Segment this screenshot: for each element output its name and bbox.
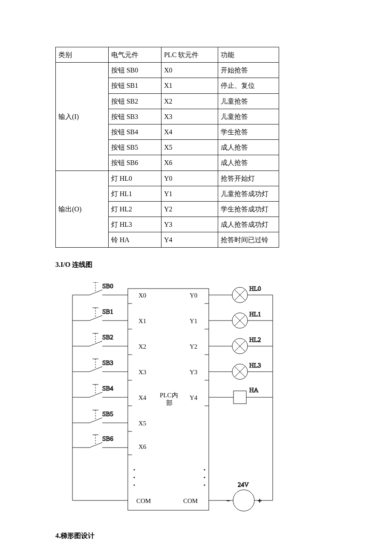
cell-func: 抢答时间已过铃: [218, 232, 279, 248]
terminal-x2: X2: [138, 343, 146, 350]
switch-sb6: SB6: [102, 435, 113, 442]
lamp-hl3: HL3: [249, 362, 261, 369]
plc-inner-label-1: PLC内: [160, 392, 178, 399]
svg-point-18: [204, 485, 205, 486]
com-left: COM: [136, 497, 151, 504]
cell-func: 成人抢答: [218, 140, 279, 155]
switch-sb5: SB5: [102, 410, 113, 417]
cell-func: 抢答开始灯: [218, 171, 279, 186]
section-3-title: 3.I/O 连线图: [55, 260, 337, 269]
table-header-row: 类别 电气元件 PLC 软元件 功能: [56, 47, 279, 63]
cell-func: 儿童抢答: [218, 93, 279, 109]
cell-plc: Y2: [161, 201, 218, 217]
switch-sb0: SB0: [102, 283, 113, 289]
svg-line-22: [89, 290, 102, 295]
terminal-x1: X1: [138, 318, 146, 324]
th-function: 功能: [218, 47, 279, 63]
section-4-title: 4.梯形图设计: [55, 532, 337, 541]
power-24v: 24V: [238, 481, 249, 488]
io-wiring-diagram: X0 X1 X2 X3 X4 X5 X6 Y0 Y1 Y2 Y3 Y4 PLC内…: [68, 282, 332, 519]
output-category-cell: 输出(O): [56, 171, 109, 248]
cell-plc: X1: [161, 78, 218, 93]
cell-elem: 按钮 SB2: [108, 93, 161, 109]
svg-line-27: [89, 315, 102, 321]
cell-func: 停止、复位: [218, 78, 279, 93]
cell-func: 学生抢答: [218, 124, 279, 139]
cell-plc: X0: [161, 63, 218, 78]
terminal-y0: Y0: [190, 292, 197, 299]
terminal-x5: X5: [138, 420, 146, 427]
terminal-y4: Y4: [190, 394, 198, 401]
cell-elem: 灯 HL3: [108, 217, 161, 232]
svg-line-37: [89, 367, 102, 372]
svg-point-81: [233, 490, 254, 511]
terminal-y3: Y3: [190, 369, 197, 376]
terminal-x0: X0: [138, 292, 146, 299]
plc-inner-label-2: 部: [166, 399, 173, 406]
svg-line-52: [89, 442, 102, 448]
cell-elem: 按钮 SB0: [108, 63, 161, 78]
lamp-hl1: HL1: [249, 311, 261, 318]
com-right: COM: [183, 497, 198, 504]
cell-plc: Y4: [161, 232, 218, 248]
th-element: 电气元件: [108, 47, 161, 63]
cell-elem: 按钮 SB1: [108, 78, 161, 93]
cell-plc: X3: [161, 109, 218, 124]
svg-point-14: [133, 477, 135, 478]
cell-elem: 灯 HL2: [108, 201, 161, 217]
th-category: 类别: [56, 47, 109, 63]
cell-elem: 按钮 SB5: [108, 140, 161, 155]
cell-plc: Y3: [161, 217, 218, 232]
terminal-y2: Y2: [190, 343, 197, 350]
terminal-y1: Y1: [190, 318, 197, 324]
cell-plc: Y1: [161, 186, 218, 201]
svg-point-13: [133, 469, 135, 471]
cell-func: 开始抢答: [218, 63, 279, 78]
lamp-hl0: HL0: [249, 285, 261, 292]
cell-func: 儿童抢答成功灯: [218, 186, 279, 201]
svg-point-15: [133, 485, 135, 486]
lamp-hl2: HL2: [249, 336, 261, 343]
cell-plc: X5: [161, 140, 218, 155]
cell-func: 成人抢答: [218, 155, 279, 171]
terminal-x4: X4: [138, 394, 147, 401]
switch-sb3: SB3: [102, 359, 113, 366]
switch-sb2: SB2: [102, 334, 113, 341]
cell-func: 儿童抢答: [218, 109, 279, 124]
cell-plc: X2: [161, 93, 218, 109]
th-plc: PLC 软元件: [161, 47, 218, 63]
cell-func: 学生抢答成功灯: [218, 201, 279, 217]
power-plus: ＋: [257, 497, 263, 504]
table-row: 输出(O) 灯 HL0 Y0 抢答开始灯: [56, 171, 279, 186]
cell-elem: 灯 HL1: [108, 186, 161, 201]
svg-line-42: [89, 392, 102, 397]
cell-func: 成人抢答成功灯: [218, 217, 279, 232]
input-category-cell: 输入(I): [56, 63, 109, 171]
cell-elem: 按钮 SB6: [108, 155, 161, 171]
cell-elem: 按钮 SB4: [108, 124, 161, 139]
cell-plc: X6: [161, 155, 218, 171]
bell-ha: HA: [249, 387, 259, 393]
power-minus: －: [225, 497, 231, 504]
svg-rect-78: [233, 391, 246, 404]
terminal-x6: X6: [138, 443, 147, 450]
cell-elem: 按钮 SB3: [108, 109, 161, 124]
svg-point-17: [204, 477, 205, 478]
cell-plc: X4: [161, 124, 218, 139]
table-row: 输入(I) 按钮 SB0 X0 开始抢答: [56, 63, 279, 78]
cell-plc: Y0: [161, 171, 218, 186]
svg-line-47: [89, 418, 102, 423]
switch-sb4: SB4: [102, 385, 113, 392]
svg-point-16: [204, 469, 205, 471]
io-allocation-table: 类别 电气元件 PLC 软元件 功能 输入(I) 按钮 SB0 X0 开始抢答 …: [55, 47, 279, 248]
terminal-x3: X3: [138, 369, 146, 376]
switch-sb1: SB1: [102, 308, 113, 315]
cell-elem: 灯 HL0: [108, 171, 161, 186]
svg-line-32: [89, 341, 102, 346]
cell-elem: 铃 HA: [108, 232, 161, 248]
